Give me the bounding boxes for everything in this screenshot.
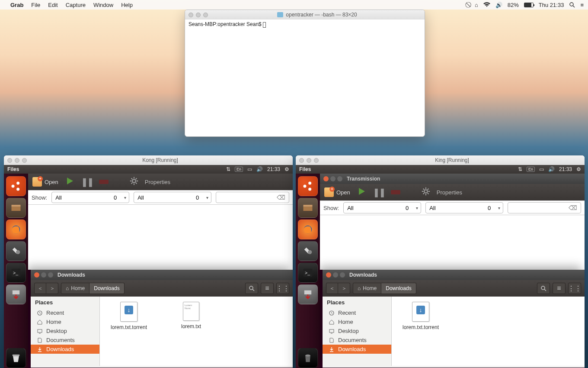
close-icon[interactable] — [189, 13, 193, 17]
transmission-launcher[interactable] — [298, 284, 318, 304]
filter-tracker-combo[interactable]: All0 — [425, 202, 503, 213]
place-desktop[interactable]: Desktop — [31, 326, 99, 336]
minimize-icon[interactable] — [330, 176, 336, 181]
back-button[interactable]: ＜ — [34, 283, 46, 294]
wifi-icon[interactable] — [483, 2, 490, 7]
settings-launcher[interactable] — [6, 241, 26, 261]
play-button[interactable] — [356, 186, 367, 198]
vm-king-titlebar[interactable]: King [Running] — [296, 155, 585, 165]
files-launcher[interactable] — [6, 198, 26, 218]
window-menu[interactable]: Window — [93, 2, 113, 8]
crumb-home[interactable]: ⌂Home — [353, 283, 381, 294]
spotlight-icon[interactable] — [569, 2, 575, 8]
terminal-launcher[interactable]: >_ — [298, 263, 318, 283]
app-menu[interactable]: Grab — [10, 2, 23, 8]
search-button[interactable] — [537, 283, 550, 294]
terminal-launcher[interactable]: >_ — [6, 263, 26, 283]
files-launcher[interactable] — [298, 198, 318, 218]
nautilus-content[interactable]: lorem.txt.torrent — [392, 297, 585, 366]
maximize-icon[interactable] — [340, 272, 345, 278]
terminal-body[interactable]: Seans-MBP:opentracker Sean$ — [185, 19, 425, 29]
minimize-icon[interactable] — [196, 13, 201, 17]
file-lorem-txt[interactable]: LoremNunc lorem.txt — [167, 302, 215, 329]
minimize-icon[interactable] — [333, 272, 338, 278]
trash-launcher[interactable] — [298, 348, 318, 368]
close-icon[interactable] — [34, 272, 39, 278]
minimize-icon[interactable] — [307, 158, 311, 163]
forward-button[interactable]: ＞ — [338, 283, 350, 294]
forward-button[interactable]: ＞ — [46, 283, 58, 294]
place-recent[interactable]: Recent — [323, 308, 391, 317]
place-documents[interactable]: Documents — [323, 336, 391, 345]
terminal-titlebar[interactable]: opentracker — -bash — 83×20 — [185, 10, 425, 19]
transmission-torrent-list[interactable] — [320, 215, 585, 270]
properties-button[interactable] — [421, 187, 431, 198]
place-desktop[interactable]: Desktop — [323, 326, 391, 336]
nautilus-titlebar[interactable]: Downloads — [31, 270, 293, 280]
edit-menu[interactable]: Edit — [48, 2, 58, 8]
minimize-icon[interactable] — [41, 272, 46, 278]
maximize-icon[interactable] — [337, 176, 342, 181]
trash-launcher[interactable] — [6, 348, 26, 368]
panel-title[interactable]: Files — [7, 166, 19, 172]
pause-button[interactable]: ❚❚ — [373, 187, 385, 197]
grid-view-button[interactable]: ⋮⋮ — [276, 283, 289, 294]
remove-button[interactable] — [391, 190, 400, 194]
filter-status-combo[interactable]: All0 — [343, 202, 421, 213]
settings-launcher[interactable] — [298, 241, 318, 261]
home-icon[interactable]: ⌂ — [475, 2, 478, 8]
place-recent[interactable]: Recent — [31, 308, 99, 317]
help-menu[interactable]: Help — [121, 2, 133, 8]
place-downloads[interactable]: Downloads — [31, 345, 99, 354]
zoom-icon[interactable] — [22, 158, 27, 163]
close-icon[interactable] — [299, 158, 304, 163]
crumb-downloads[interactable]: Downloads — [381, 283, 416, 294]
search-button[interactable] — [245, 283, 258, 294]
remove-button[interactable] — [99, 180, 109, 184]
properties-button[interactable] — [129, 176, 139, 187]
list-view-button[interactable]: ≡ — [261, 283, 274, 294]
clock[interactable]: 21:33 — [559, 166, 572, 172]
clear-icon[interactable]: ⌫ — [569, 204, 577, 211]
play-button[interactable] — [64, 176, 75, 188]
file-menu[interactable]: File — [31, 2, 40, 8]
keyboard-indicator[interactable]: En — [235, 167, 243, 172]
minimize-icon[interactable] — [15, 158, 19, 163]
filter-search-input[interactable]: ⌫ — [508, 202, 581, 213]
transmission-titlebar[interactable]: Transmission — [320, 174, 585, 184]
zoom-icon[interactable] — [314, 158, 319, 163]
back-button[interactable]: ＜ — [326, 283, 338, 294]
dash-button[interactable] — [298, 176, 318, 196]
network-icon[interactable]: ⇅ — [518, 166, 522, 172]
clock[interactable]: 21:33 — [267, 166, 280, 172]
clear-icon[interactable]: ⌫ — [277, 194, 285, 201]
maximize-icon[interactable] — [48, 272, 53, 278]
filter-status-combo[interactable]: All0 — [51, 192, 129, 203]
vm-kong-titlebar[interactable]: Kong [Running] — [4, 155, 293, 165]
place-home[interactable]: Home — [31, 317, 99, 326]
close-icon[interactable] — [326, 272, 331, 278]
nautilus-titlebar[interactable]: Downloads — [323, 270, 585, 280]
volume-icon[interactable]: 🔊 — [256, 166, 263, 172]
place-home[interactable]: Home — [323, 317, 391, 326]
notification-center-icon[interactable]: ≡ — [580, 2, 584, 8]
capture-menu[interactable]: Capture — [66, 2, 86, 8]
close-icon[interactable] — [323, 176, 329, 181]
battery-icon[interactable]: ▭ — [539, 166, 544, 172]
gear-icon[interactable]: ⚙ — [576, 166, 581, 172]
volume-icon[interactable]: 🔊 — [495, 2, 502, 8]
file-lorem-torrent[interactable]: lorem.txt.torrent — [397, 302, 444, 330]
gear-icon[interactable]: ⚙ — [284, 166, 289, 172]
crumb-home[interactable]: ⌂Home — [61, 283, 89, 294]
open-button[interactable]: Open — [32, 177, 58, 187]
filter-search-input[interactable]: ⌫ — [216, 192, 289, 203]
nautilus-content[interactable]: lorem.txt.torrent LoremNunc lorem.txt — [100, 297, 293, 366]
volume-icon[interactable]: 🔊 — [548, 166, 555, 172]
transmission-launcher[interactable] — [6, 284, 26, 304]
dash-button[interactable] — [6, 176, 26, 196]
open-button[interactable]: Open — [324, 187, 350, 197]
battery-icon[interactable]: ▭ — [247, 166, 252, 172]
zoom-icon[interactable] — [203, 13, 208, 17]
place-downloads[interactable]: Downloads — [323, 345, 391, 354]
grid-view-button[interactable]: ⋮⋮ — [568, 283, 581, 294]
